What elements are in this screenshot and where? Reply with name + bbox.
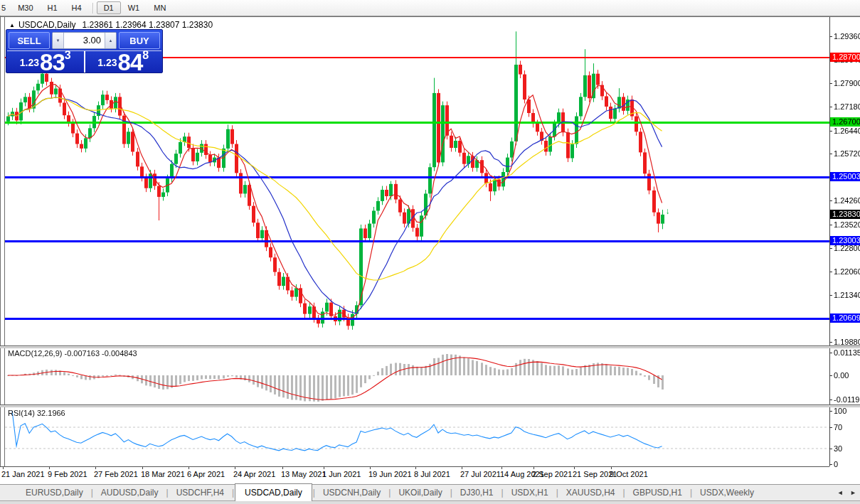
- one-click-trade-panel: SELL ▼ 3.00 ▲ BUY 1.23 83 3 1.23 84 8: [6, 29, 163, 73]
- tab-ukoil-daily[interactable]: UKOil,Daily: [391, 485, 449, 500]
- tab-usdcad-daily[interactable]: USDCAD,Daily: [235, 483, 312, 501]
- date-axis-tickmark: [235, 467, 235, 469]
- tab-gbpusd-h1[interactable]: GBPUSD,H1: [626, 485, 689, 500]
- rsi-label: RSI(14) 32.1966: [8, 409, 65, 417]
- macd-name: MACD(12,26,9): [8, 349, 62, 358]
- date-label: 9 Feb 2021: [48, 470, 87, 478]
- toolbar-separator: [92, 3, 93, 14]
- price-level-badge: 1.28700: [830, 53, 860, 62]
- date-label: 27 Jul 2021: [460, 470, 501, 478]
- last-price-arrow-icon: ↓: [666, 207, 670, 215]
- date-label: 21 Jan 2021: [1, 470, 45, 478]
- date-axis-tickmark: [415, 467, 416, 469]
- tab-scroll-arrows: ◄ ►: [832, 489, 856, 496]
- chart-tab-bar: EURUSD,Daily|AUDUSD,Daily|USDCHF,H4|USDC…: [0, 484, 860, 500]
- date-axis-tickmark: [462, 467, 462, 469]
- chart-symbol-label: USDCAD,Daily: [18, 20, 76, 30]
- rsi-value: 32.1966: [37, 409, 65, 417]
- tab-usdchf-h4[interactable]: USDCHF,H4: [169, 485, 231, 500]
- date-label: 1 Jun 2021: [322, 470, 361, 478]
- sell-button[interactable]: SELL: [9, 32, 50, 49]
- timeframe-button-h1[interactable]: H1: [41, 1, 65, 14]
- date-label: 13 May 2021: [281, 470, 327, 478]
- rsi-name: RSI(14): [8, 409, 35, 417]
- date-label: 6 Apr 2021: [187, 470, 225, 478]
- date-axis-tickmark: [501, 467, 502, 469]
- date-axis-tickmark: [324, 467, 324, 469]
- tab-usdx-h1[interactable]: USDX,H1: [504, 485, 556, 500]
- volume-decrease-icon[interactable]: ▼: [53, 33, 64, 48]
- price-axis[interactable]: 1.293601.286401.279001.271801.264401.257…: [830, 0, 860, 469]
- price-level-badge: 1.23003: [830, 236, 860, 245]
- chart-ohlc-values: 1.23861 1.23964 1.23807 1.23830: [83, 20, 213, 30]
- timeframe-button-h4[interactable]: H4: [65, 1, 89, 14]
- tab-usdcnh-daily[interactable]: USDCNH,Daily: [316, 485, 388, 500]
- tab-scroll-left-icon[interactable]: ◄: [837, 489, 844, 496]
- timeframe-button-5[interactable]: 5: [0, 1, 11, 14]
- ask-price-big: 84: [118, 53, 143, 71]
- tab-eurusd-daily[interactable]: EURUSD,Daily: [18, 485, 90, 500]
- date-axis-tickmark: [370, 467, 371, 469]
- date-label: 8 Jul 2021: [414, 470, 450, 478]
- tab-usdx-weekly[interactable]: USDX,Weekly: [693, 485, 761, 500]
- bid-price-display[interactable]: 1.23 83 3: [7, 51, 85, 73]
- tab-audusd-daily[interactable]: AUDUSD,Daily: [94, 485, 166, 500]
- date-axis-tickmark: [95, 467, 96, 469]
- date-label: 24 Apr 2021: [233, 470, 275, 478]
- window-left-edge: [0, 16, 1, 501]
- date-axis-tickmark: [142, 467, 143, 469]
- date-axis-tickmark: [3, 467, 4, 469]
- ask-price-display[interactable]: 1.23 84 8: [85, 51, 162, 73]
- date-label: 18 Mar 2021: [141, 470, 185, 478]
- tab-dj30-h1[interactable]: DJ30,H1: [453, 485, 501, 500]
- bid-price-sup: 3: [65, 49, 71, 62]
- date-axis-tickmark: [49, 467, 50, 469]
- tab-xauusd-h4[interactable]: XAUUSD,H4: [559, 485, 622, 500]
- bid-price-base: 1.23: [20, 57, 39, 68]
- date-axis-tickmark: [282, 467, 283, 469]
- buy-button[interactable]: BUY: [119, 32, 160, 49]
- timeframe-button-d1[interactable]: D1: [97, 1, 121, 14]
- price-level-badge: 1.23830: [830, 210, 860, 219]
- date-axis[interactable]: 21 Jan 20219 Feb 202127 Feb 202118 Mar 2…: [0, 466, 829, 484]
- price-level-badge: 1.26700: [830, 117, 860, 127]
- date-axis-tickmark: [611, 467, 612, 469]
- pane-splitter-macd[interactable]: [0, 345, 860, 348]
- bid-price-big: 83: [40, 53, 65, 71]
- macd-value-main: -0.007163: [64, 349, 100, 358]
- price-level-badge: 1.20609: [830, 313, 860, 323]
- price-level-badge: 1.25003: [830, 172, 860, 181]
- window-bottom-edge: [0, 500, 860, 504]
- ask-price-base: 1.23: [97, 57, 117, 68]
- timeframe-button-w1[interactable]: W1: [121, 1, 147, 14]
- rsi-indicator-canvas[interactable]: [5, 407, 829, 466]
- macd-value-signal: -0.004843: [102, 349, 137, 358]
- volume-stepper: ▼ 3.00 ▲: [52, 32, 117, 49]
- date-label: 9 Oct 2021: [610, 470, 648, 478]
- tab-scroll-right-icon[interactable]: ►: [850, 489, 856, 496]
- ask-price-sup: 8: [142, 49, 149, 62]
- collapse-arrow-icon[interactable]: ▲: [9, 22, 15, 28]
- date-label: 2 Sep 2021: [532, 470, 572, 478]
- volume-value[interactable]: 3.00: [64, 33, 105, 48]
- macd-label: MACD(12,26,9) -0.007163 -0.004843: [8, 349, 137, 358]
- timeframe-button-mn[interactable]: MN: [147, 1, 173, 14]
- date-label: 27 Feb 2021: [94, 470, 138, 478]
- volume-increase-icon[interactable]: ▲: [105, 33, 116, 48]
- chart-title: ▲USDCAD,Daily1.23861 1.23964 1.23807 1.2…: [9, 20, 213, 30]
- date-label: 19 Jun 2021: [368, 470, 412, 478]
- pane-splitter-rsi[interactable]: [0, 404, 860, 407]
- timeframe-button-m30[interactable]: M30: [11, 1, 40, 14]
- date-axis-tickmark: [533, 467, 534, 469]
- date-axis-tickmark: [574, 467, 575, 469]
- timeframe-toolbar: 5M30H1H4D1W1MN: [0, 0, 860, 16]
- date-axis-tickmark: [189, 467, 189, 469]
